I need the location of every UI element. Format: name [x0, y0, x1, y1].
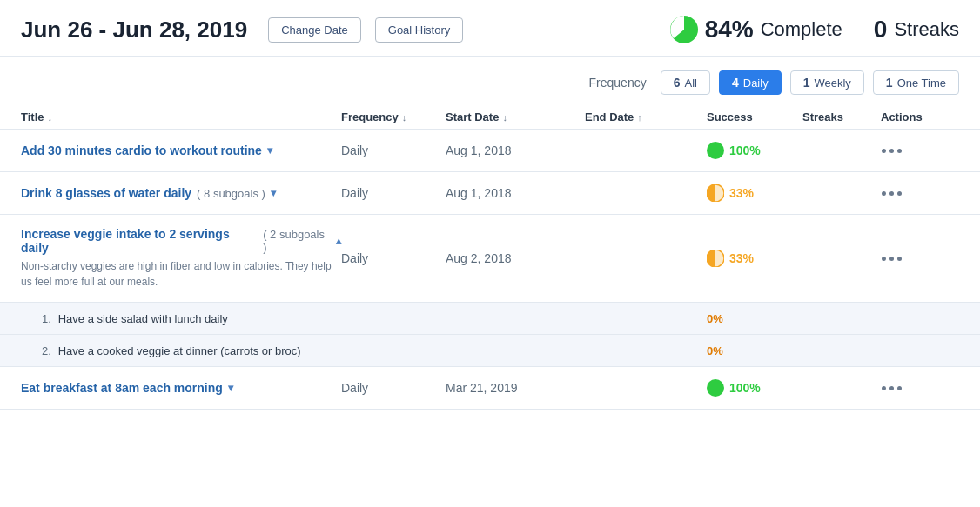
tab-onetime[interactable]: 1 One Time [873, 70, 959, 95]
tab-all-badge: 6 [674, 76, 681, 90]
success-pct: 33% [729, 186, 754, 200]
frequency-cell: Daily [341, 381, 446, 395]
subgoal-title-cell: 2. Have a cooked veggie at dinner (carro… [42, 344, 341, 357]
start-date-cell: Aug 2, 2018 [446, 251, 585, 265]
col-end-date-label: End Date [585, 110, 634, 123]
tab-weekly-badge: 1 [803, 76, 810, 90]
streaks-count: 0 [874, 16, 888, 43]
success-cell: 100% [707, 142, 802, 159]
col-frequency-label: Frequency [341, 110, 399, 123]
frequency-cell: Daily [341, 143, 446, 157]
table-row: 1. Have a side salad with lunch daily 0% [0, 303, 980, 335]
tab-all[interactable]: 6 All [661, 70, 710, 95]
chevron-down-icon[interactable]: ▾ [267, 144, 272, 157]
goal-title-link[interactable]: Eat breakfast at 8am each morning [21, 381, 223, 395]
col-start-date-sort: ↓ [502, 112, 507, 123]
dot-icon [897, 257, 902, 261]
table-row: 2. Have a cooked veggie at dinner (carro… [0, 335, 980, 367]
dot-icon [882, 149, 886, 153]
completion-percent: 84% [705, 16, 754, 43]
table-header: Title ↓ Frequency ↓ Start Date ↓ End Dat… [0, 102, 980, 130]
change-date-button[interactable]: Change Date [268, 17, 361, 43]
subgoal-title: Have a cooked veggie at dinner (carrots … [58, 344, 301, 357]
col-frequency[interactable]: Frequency ↓ [341, 110, 446, 123]
col-title[interactable]: Title ↓ [21, 110, 341, 123]
subgoal-number: 1. [42, 312, 51, 325]
col-title-sort: ↓ [48, 112, 53, 123]
goal-title-cell: Increase veggie intake to 2 servings dai… [21, 227, 341, 290]
col-end-date[interactable]: End Date ↑ [585, 110, 707, 123]
complete-label: Complete [761, 18, 842, 41]
subgoal-success-cell: 0% [707, 312, 802, 325]
goal-title-link[interactable]: Increase veggie intake to 2 servings dai… [21, 227, 258, 255]
dot-icon [889, 149, 894, 153]
tab-daily[interactable]: 4 Daily [719, 70, 782, 95]
tab-weekly[interactable]: 1 Weekly [790, 70, 864, 95]
goal-title-cell: Drink 8 glasses of water daily ( 8 subgo… [21, 186, 341, 200]
dot-icon [882, 257, 886, 261]
dot-icon [882, 386, 886, 390]
page-header: Jun 26 - Jun 28, 2019 Change Date Goal H… [0, 0, 980, 56]
goal-description: Non-starchy veggies are high in fiber an… [21, 258, 341, 290]
dot-icon [897, 386, 902, 390]
goal-title-link[interactable]: Drink 8 glasses of water daily [21, 186, 191, 200]
tab-daily-text: Daily [743, 77, 769, 90]
completion-block: 84% Complete [670, 16, 842, 43]
col-actions-label: Actions [881, 110, 923, 123]
goal-title: Increase veggie intake to 2 servings dai… [21, 227, 341, 255]
dot-icon [889, 386, 894, 390]
actions-cell[interactable] [881, 257, 959, 261]
goal-title: Add 30 minutes cardio to workout routine… [21, 143, 341, 157]
subgoal-success-pct: 0% [707, 312, 723, 325]
dot-icon [897, 191, 902, 196]
col-start-date[interactable]: Start Date ↓ [446, 110, 585, 123]
chevron-down-icon[interactable]: ▾ [271, 187, 276, 199]
dot-icon [882, 191, 886, 196]
goal-title-link[interactable]: Add 30 minutes cardio to workout routine [21, 143, 262, 157]
actions-cell[interactable] [881, 149, 959, 153]
subgoal-number: 2. [42, 344, 51, 357]
actions-cell[interactable] [881, 386, 959, 390]
start-date-cell: Mar 21, 2019 [446, 381, 585, 395]
col-end-date-sort: ↑ [637, 112, 642, 123]
start-date-cell: Aug 1, 2018 [446, 186, 585, 200]
success-pct: 100% [729, 381, 761, 395]
subgoal-success-pct: 0% [707, 344, 723, 357]
header-stats: 84% Complete 0 Streaks [670, 16, 959, 43]
tab-onetime-text: One Time [897, 77, 946, 90]
table-row: Drink 8 glasses of water daily ( 8 subgo… [0, 172, 980, 215]
success-pct: 100% [729, 143, 761, 157]
dot-icon [889, 257, 894, 261]
col-frequency-sort: ↓ [402, 112, 407, 123]
date-range: Jun 26 - Jun 28, 2019 [21, 17, 247, 43]
goal-title: Drink 8 glasses of water daily ( 8 subgo… [21, 186, 341, 200]
success-partial-icon [707, 184, 724, 202]
col-title-label: Title [21, 110, 44, 123]
chevron-up-icon[interactable]: ▴ [336, 235, 341, 247]
dot-icon [897, 149, 902, 153]
start-date-cell: Aug 1, 2018 [446, 143, 585, 157]
success-full-icon [707, 142, 724, 159]
subgoal-success-cell: 0% [707, 344, 802, 357]
chevron-down-icon[interactable]: ▾ [228, 382, 233, 394]
col-streaks-label: Streaks [802, 110, 843, 123]
goal-history-button[interactable]: Goal History [375, 17, 464, 43]
tab-all-text: All [685, 77, 697, 90]
streaks-label: Streaks [894, 18, 959, 41]
table-row: Eat breakfast at 8am each morning ▾ Dail… [0, 367, 980, 410]
actions-cell[interactable] [881, 191, 959, 196]
col-streaks: Streaks [802, 110, 881, 123]
subgoal-count: ( 2 subgoals ) [263, 228, 331, 254]
subgoal-title: Have a side salad with lunch daily [58, 312, 228, 325]
frequency-bar: Frequency 6 All 4 Daily 1 Weekly 1 One T… [0, 57, 980, 102]
tab-weekly-text: Weekly [814, 77, 850, 90]
dot-icon [889, 191, 894, 196]
success-pct: 33% [729, 251, 754, 265]
success-cell: 100% [707, 379, 802, 397]
tab-daily-badge: 4 [732, 76, 739, 90]
col-success: Success [707, 110, 802, 123]
subgoal-count: ( 8 subgoals ) [197, 187, 265, 200]
col-success-label: Success [707, 110, 753, 123]
subgoal-title-cell: 1. Have a side salad with lunch daily [42, 311, 341, 325]
frequency-cell: Daily [341, 251, 446, 265]
